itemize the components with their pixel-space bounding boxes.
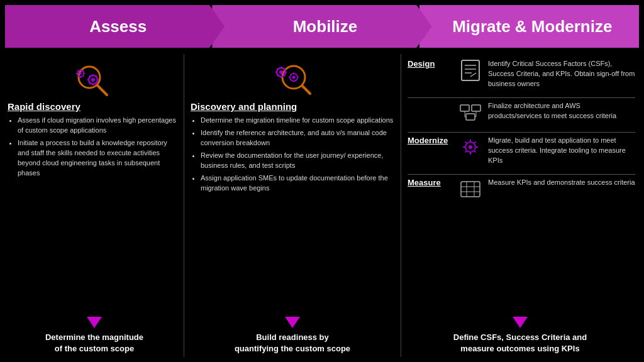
svg-line-10 <box>77 75 79 77</box>
svg-point-53 <box>469 145 472 149</box>
arch-icon <box>458 101 483 124</box>
assess-arrow <box>87 317 102 328</box>
mobilize-bottom-text: Build readiness byquantifying the custom… <box>235 332 350 354</box>
svg-line-58 <box>465 141 467 143</box>
svg-point-35 <box>292 75 296 79</box>
svg-line-1 <box>97 85 107 95</box>
mobilize-icon <box>267 60 318 97</box>
svg-rect-46 <box>472 105 480 111</box>
assess-label: Assess <box>83 17 147 36</box>
svg-line-11 <box>83 70 84 72</box>
mobilize-bullet-3: Review the documentation for the user jo… <box>201 151 394 171</box>
design-icon <box>458 59 483 82</box>
svg-line-33 <box>284 68 285 69</box>
mobilize-bullets: Determine the migration timeline for cus… <box>191 116 394 196</box>
mobilize-icon-area <box>191 58 394 99</box>
modernize-icon <box>458 136 483 158</box>
page-container: Assess Mobilize Migrate & Modernize <box>0 0 644 362</box>
svg-line-60 <box>465 151 467 152</box>
assess-column: Rapid discovery Assess if cloud migratio… <box>5 54 184 357</box>
assess-bottom: Determine the magnitudeof the custom sco… <box>5 317 184 354</box>
assess-bottom-text: Determine the magnitudeof the custom sco… <box>45 332 143 354</box>
modernize-text: Migrate, build and test application to m… <box>488 136 635 166</box>
migrate-label: Migrate & Modernize <box>446 17 612 36</box>
columns-container: Rapid discovery Assess if cloud migratio… <box>5 54 639 357</box>
mobilize-column: Discovery and planning Determine the mig… <box>184 54 401 357</box>
mobilize-title: Discovery and planning <box>191 101 394 112</box>
svg-line-30 <box>277 68 278 69</box>
modernize-label: Modernize <box>408 136 453 146</box>
mobilize-arrow <box>285 317 300 328</box>
assess-title: Rapid discovery <box>8 101 177 112</box>
svg-line-31 <box>284 75 285 76</box>
magnify-icon <box>70 60 114 97</box>
measure-label: Measure <box>408 178 453 189</box>
svg-line-20 <box>89 83 90 84</box>
migrate-arrow <box>513 317 528 328</box>
mobilize-banner: Mobilize <box>212 5 431 48</box>
measure-text: Measure KPIs and demonstrate success cri… <box>488 178 635 188</box>
migrate-arch-row: Finalize architecture and AWS products/s… <box>408 101 635 124</box>
header-banner: Assess Mobilize Migrate & Modernize <box>5 5 639 48</box>
svg-point-13 <box>91 78 95 82</box>
assess-bullets: Assess if cloud migration involves high … <box>8 116 177 181</box>
svg-line-32 <box>277 75 278 76</box>
svg-point-3 <box>79 72 82 75</box>
mobilize-bottom: Build readiness byquantifying the custom… <box>184 317 401 354</box>
migrate-measure-row: Measure Measure KPIs and demonstrate suc… <box>408 178 635 200</box>
separator-1 <box>408 97 635 98</box>
svg-point-25 <box>279 70 283 74</box>
assess-icon-area <box>8 58 177 99</box>
assess-banner: Assess <box>5 5 225 48</box>
assess-bullet-2: Initiate a process to build a knowledge … <box>18 138 177 178</box>
mobilize-label: Mobilize <box>287 17 358 36</box>
mobilize-bullet-4: Assign application SMEs to update docume… <box>201 173 394 194</box>
svg-line-23 <box>303 86 310 94</box>
mobilize-bullet-1: Determine the migration timeline for cus… <box>201 116 394 126</box>
svg-line-44 <box>470 73 476 77</box>
design-text: Identify Critical Success Factors (CSFs)… <box>488 59 635 89</box>
svg-rect-40 <box>462 60 479 80</box>
svg-rect-47 <box>466 114 475 120</box>
measure-icon <box>458 178 483 200</box>
svg-line-9 <box>83 75 84 77</box>
assess-bullet-1: Assess if cloud migration involves high … <box>18 116 177 136</box>
migrate-bottom: Define CSFs, Success Criteria andmeasure… <box>401 317 639 354</box>
svg-line-59 <box>474 151 475 152</box>
separator-2 <box>408 132 635 133</box>
arch-text: Finalize architecture and AWS products/s… <box>488 101 635 121</box>
svg-rect-45 <box>460 105 469 111</box>
migrate-modernize-row: Modernize <box>408 136 635 166</box>
migrate-column: Design Identify Critical Success Factors… <box>401 54 639 357</box>
migrate-design-row: Design Identify Critical Success Factors… <box>408 59 635 89</box>
svg-rect-62 <box>461 182 480 197</box>
separator-3 <box>408 174 635 175</box>
svg-line-18 <box>89 75 90 76</box>
migrate-banner: Migrate & Modernize <box>419 5 639 48</box>
migrate-bottom-text: Define CSFs, Success Criteria andmeasure… <box>453 332 587 354</box>
svg-line-19 <box>96 83 97 84</box>
svg-line-21 <box>96 75 97 76</box>
svg-line-8 <box>77 70 79 72</box>
design-label: Design <box>408 59 453 70</box>
mobilize-bullet-2: Identify the reference architecture, and… <box>201 128 394 148</box>
svg-line-61 <box>474 141 475 143</box>
